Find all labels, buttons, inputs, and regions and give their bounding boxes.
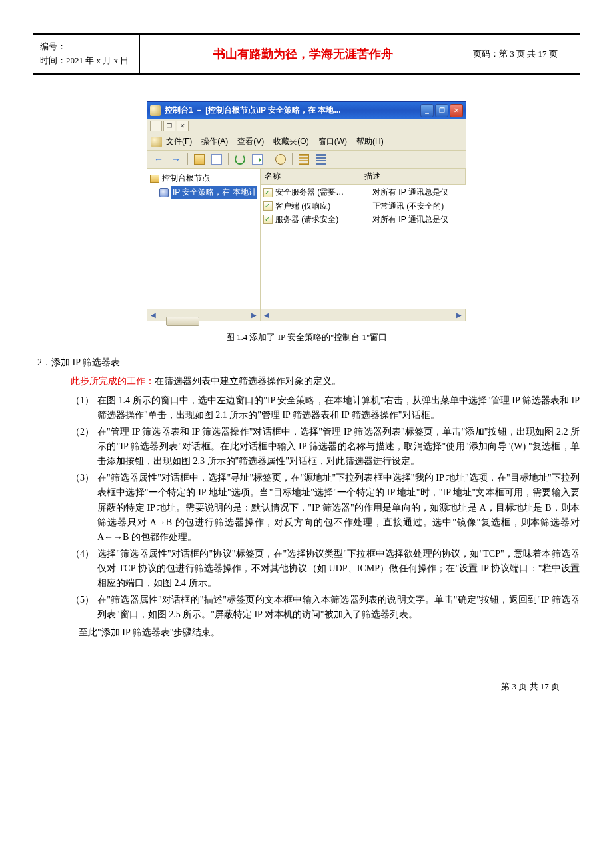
menu-view[interactable]: 查看(V) <box>237 135 264 148</box>
mdi-close[interactable]: ✕ <box>177 121 189 131</box>
nav-back-button[interactable]: ← <box>151 153 166 166</box>
tree-pane[interactable]: 控制台根节点 IP 安全策略，在 本地计 <box>147 169 261 309</box>
toolbar-separator <box>187 153 188 165</box>
menu-window[interactable]: 窗口(W) <box>318 135 347 148</box>
export-button[interactable] <box>250 153 265 166</box>
step-text: 在"筛选器属性"对话框中，选择"寻址"标签页，在"源地址"下拉列表框中选择"我的… <box>97 471 580 545</box>
menu-help[interactable]: 帮助(H) <box>356 135 384 148</box>
tree-policy-label: IP 安全策略，在 本地计 <box>171 186 257 199</box>
header-left: 编号： 时间：2021 年 x 月 x 日 <box>33 35 140 73</box>
list-item-name: 服务器 (请求安全) <box>275 213 372 226</box>
step-item: （4） 选择"筛选器属性"对话框的"协议"标签页，在"选择协议类型"下拉框中选择… <box>71 547 580 591</box>
step-item: （1） 在图 1.4 所示的窗口中，选中左边窗口的"IP 安全策略，在本地计算机… <box>71 393 580 423</box>
help-button[interactable] <box>273 153 288 166</box>
toolbar-separator <box>228 153 229 165</box>
refresh-button[interactable] <box>233 153 247 166</box>
list-item-desc: 对所有 IP 通讯总是仅 <box>372 186 466 199</box>
minimize-button[interactable]: _ <box>420 104 434 117</box>
step-num: （1） <box>71 393 97 423</box>
refresh-icon <box>235 154 245 165</box>
app-icon <box>150 105 161 116</box>
list-scrollbar[interactable]: ◀ ▶ <box>261 309 466 321</box>
help-icon <box>275 154 286 165</box>
step-intro-red: 此步所完成的工作： <box>71 376 155 386</box>
list-header: 名称 描述 <box>261 169 466 185</box>
mdi-restore[interactable]: ❐ <box>163 121 175 131</box>
list-item-name: 客户端 (仅响应) <box>275 200 372 213</box>
list-icon <box>299 154 309 165</box>
step-intro-text: 在筛选器列表中建立筛选器操作对象的定义。 <box>155 376 341 386</box>
figure-caption: 图 1.4 添加了 IP 安全策略的"控制台 1"窗口 <box>33 331 580 345</box>
mmc-console-window: 控制台1 － [控制台根节点\IP 安全策略，在 本地... _ ❐ ✕ _ ❐… <box>147 101 466 321</box>
maximize-button[interactable]: ❐ <box>435 104 448 117</box>
list-item-desc: 正常通讯 (不安全的) <box>372 200 466 213</box>
step-item: （2） 在"管理 IP 筛选器表和 IP 筛选器操作"对话框中，选择"管理 IP… <box>71 425 580 469</box>
menu-file[interactable]: 文件(F) <box>166 135 192 148</box>
properties-button[interactable] <box>209 153 224 166</box>
page-header: 编号： 时间：2021 年 x 月 x 日 书山有路勤为径，学海无涯苦作舟 页码… <box>33 35 580 75</box>
step-intro: 此步所完成的工作：在筛选器列表中建立筛选器操作对象的定义。 <box>71 374 580 389</box>
step-text: 在"筛选器属性"对话框的"描述"标签页的文本框中输入本筛选器列表的说明文字。单击… <box>97 593 580 623</box>
menu-favorites[interactable]: 收藏夹(O) <box>273 135 308 148</box>
doc-date: 时间：2021 年 x 月 x 日 <box>40 54 133 68</box>
tree-scrollbar[interactable]: ◀ ▶ <box>147 309 261 321</box>
folder-icon <box>150 175 159 183</box>
list-pane[interactable]: 名称 描述 安全服务器 (需要… 对所有 IP 通讯总是仅 客户端 (仅响应) … <box>261 169 466 309</box>
step-list: （1） 在图 1.4 所示的窗口中，选中左边窗口的"IP 安全策略，在本地计算机… <box>71 393 580 623</box>
tree-ip-policy-node[interactable]: IP 安全策略，在 本地计 <box>150 185 257 199</box>
step-num: （2） <box>71 425 97 469</box>
list-item-name: 安全服务器 (需要… <box>275 186 372 199</box>
menubar: 文件(F) 操作(A) 查看(V) 收藏夹(O) 窗口(W) 帮助(H) <box>147 133 466 151</box>
sheet-icon <box>211 154 222 165</box>
list-item[interactable]: 客户端 (仅响应) 正常通讯 (不安全的) <box>261 200 466 213</box>
header-motto: 书山有路勤为径，学海无涯苦作舟 <box>140 35 466 73</box>
doc-number: 编号： <box>40 40 133 54</box>
toolbar-separator <box>292 153 293 165</box>
step-item: （3） 在"筛选器属性"对话框中，选择"寻址"标签页，在"源地址"下拉列表框中选… <box>71 471 580 545</box>
nav-forward-button[interactable]: → <box>169 153 183 166</box>
list-view1-button[interactable] <box>297 153 311 166</box>
step-text: 在"管理 IP 筛选器表和 IP 筛选器操作"对话框中，选择"管理 IP 筛选器… <box>97 425 580 469</box>
tree-root-node[interactable]: 控制台根节点 <box>150 171 257 185</box>
close-button[interactable]: ✕ <box>450 104 463 117</box>
export-icon <box>252 154 263 165</box>
list-item[interactable]: 安全服务器 (需要… 对所有 IP 通讯总是仅 <box>261 186 466 199</box>
menu-action[interactable]: 操作(A) <box>201 135 228 148</box>
toolbar-separator <box>269 153 269 165</box>
list-item[interactable]: 服务器 (请求安全) 对所有 IP 通讯总是仅 <box>261 213 466 227</box>
col-desc-header[interactable]: 描述 <box>360 169 466 184</box>
list-view2-button[interactable] <box>314 153 328 166</box>
policy-item-icon <box>263 215 273 224</box>
mdi-minimize[interactable]: _ <box>150 121 162 131</box>
page-footer: 第 3 页 共 17 页 <box>0 680 560 694</box>
mdi-controls: _ ❐ ✕ <box>147 119 466 133</box>
scroll-thumb[interactable] <box>166 317 199 326</box>
policy-item-icon <box>263 201 273 211</box>
scroll-right-button[interactable]: ▶ <box>453 309 465 321</box>
list-item-desc: 对所有 IP 通讯总是仅 <box>372 213 466 226</box>
scroll-left-button[interactable]: ◀ <box>147 309 159 321</box>
policy-item-icon <box>263 188 273 197</box>
policy-icon <box>159 188 169 197</box>
step-num: （5） <box>71 593 97 623</box>
window-title: 控制台1 － [控制台根节点\IP 安全策略，在 本地... <box>165 104 420 117</box>
scroll-right-button[interactable]: ▶ <box>248 309 260 321</box>
toolbar: ← → <box>147 151 466 169</box>
titlebar[interactable]: 控制台1 － [控制台根节点\IP 安全策略，在 本地... _ ❐ ✕ <box>147 102 466 119</box>
header-page: 页码：第 3 页 共 17 页 <box>466 35 580 73</box>
list-icon <box>316 154 326 165</box>
step-end-line: 至此"添加 IP 筛选器表"步骤结束。 <box>79 625 580 640</box>
menu-app-icon <box>151 137 162 147</box>
step-text: 在图 1.4 所示的窗口中，选中左边窗口的"IP 安全策略，在本地计算机"右击，… <box>97 393 580 423</box>
step-num: （4） <box>71 547 97 591</box>
folder-icon <box>194 154 205 165</box>
step-num: （3） <box>71 471 97 545</box>
step-text: 选择"筛选器属性"对话框的"协议"标签页，在"选择协议类型"下拉框中选择欲处理的… <box>97 547 580 591</box>
tree-root-label: 控制台根节点 <box>162 172 210 185</box>
col-name-header[interactable]: 名称 <box>261 169 360 184</box>
up-level-button[interactable] <box>192 153 207 166</box>
section-title: 2．添加 IP 筛选器表 <box>37 355 580 370</box>
list-body: 安全服务器 (需要… 对所有 IP 通讯总是仅 客户端 (仅响应) 正常通讯 (… <box>261 185 466 309</box>
scroll-left-button[interactable]: ◀ <box>261 309 273 321</box>
step-item: （5） 在"筛选器属性"对话框的"描述"标签页的文本框中输入本筛选器列表的说明文… <box>71 593 580 623</box>
